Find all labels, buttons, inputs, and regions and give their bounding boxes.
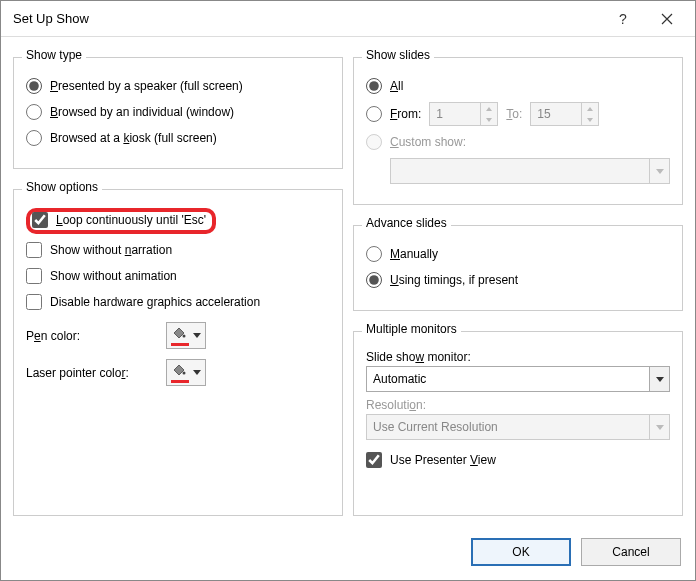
chevron-down-icon xyxy=(193,370,201,375)
radio-manual[interactable] xyxy=(366,246,382,262)
group-monitors: Multiple monitors Slide show monitor: Au… xyxy=(353,331,683,516)
label-no-narration: Show without narration xyxy=(50,243,172,257)
checkbox-loop[interactable] xyxy=(32,212,48,228)
checkbox-no-narration[interactable] xyxy=(26,242,42,258)
combo-resolution-value: Use Current Resolution xyxy=(367,420,649,434)
group-advance-slides: Advance slides Manually Using timings, i… xyxy=(353,225,683,311)
svg-point-3 xyxy=(183,372,186,375)
radio-browsed-kiosk[interactable] xyxy=(26,130,42,146)
label-no-animation: Show without animation xyxy=(50,269,177,283)
checkbox-presenter-view[interactable] xyxy=(366,452,382,468)
label-disable-hw: Disable hardware graphics acceleration xyxy=(50,295,260,309)
dialog-footer: OK Cancel xyxy=(1,528,695,580)
group-show-slides: Show slides All From: To: xyxy=(353,57,683,205)
legend-show-type: Show type xyxy=(22,48,86,62)
radio-all-slides[interactable] xyxy=(366,78,382,94)
chevron-down-icon xyxy=(649,159,669,183)
svg-marker-0 xyxy=(174,328,184,338)
legend-show-slides: Show slides xyxy=(362,48,434,62)
label-presenter-view: Use Presenter View xyxy=(390,453,496,467)
label-laser-color: Laser pointer color: xyxy=(26,366,156,380)
radio-presented[interactable] xyxy=(26,78,42,94)
chevron-down-icon xyxy=(649,415,669,439)
setup-show-dialog: Set Up Show ? Show type Presented by a s… xyxy=(0,0,696,581)
legend-advance-slides: Advance slides xyxy=(362,216,451,230)
label-loop: Loop continuously until 'Esc' xyxy=(56,213,206,227)
label-timings: Using timings, if present xyxy=(390,273,518,287)
highlight-loop: Loop continuously until 'Esc' xyxy=(26,208,216,234)
cancel-button[interactable]: Cancel xyxy=(581,538,681,566)
combo-resolution: Use Current Resolution xyxy=(366,414,670,440)
label-monitor: Slide show monitor: xyxy=(366,350,670,364)
label-to: To: xyxy=(506,107,522,121)
combo-custom-show xyxy=(390,158,670,184)
input-from[interactable] xyxy=(430,103,480,125)
label-manual: Manually xyxy=(390,247,438,261)
bucket-icon xyxy=(171,325,189,346)
radio-timings[interactable] xyxy=(366,272,382,288)
chevron-down-icon xyxy=(193,333,201,338)
laser-color-picker[interactable] xyxy=(166,359,206,386)
close-icon xyxy=(661,13,673,25)
radio-from-slides[interactable] xyxy=(366,106,382,122)
group-show-options: Show options Loop continuously until 'Es… xyxy=(13,189,343,516)
combo-monitor-value: Automatic xyxy=(367,372,649,386)
label-all-slides: All xyxy=(390,79,403,93)
titlebar: Set Up Show ? xyxy=(1,1,695,37)
dialog-title: Set Up Show xyxy=(13,11,601,26)
close-button[interactable] xyxy=(645,4,689,34)
bucket-icon xyxy=(171,362,189,383)
spinner-from[interactable] xyxy=(429,102,498,126)
label-from: From: xyxy=(390,107,421,121)
radio-custom-show xyxy=(366,134,382,150)
spinner-to[interactable] xyxy=(530,102,599,126)
label-resolution: Resolution: xyxy=(366,398,670,412)
legend-monitors: Multiple monitors xyxy=(362,322,461,336)
svg-point-1 xyxy=(183,335,186,338)
input-to[interactable] xyxy=(531,103,581,125)
label-custom-show: Custom show: xyxy=(390,135,466,149)
pen-color-picker[interactable] xyxy=(166,322,206,349)
label-presented: Presented by a speaker (full screen) xyxy=(50,79,243,93)
label-browsed-individual: Browsed by an individual (window) xyxy=(50,105,234,119)
help-button[interactable]: ? xyxy=(601,4,645,34)
ok-button[interactable]: OK xyxy=(471,538,571,566)
label-browsed-kiosk: Browsed at a kiosk (full screen) xyxy=(50,131,217,145)
radio-browsed-individual[interactable] xyxy=(26,104,42,120)
chevron-down-icon xyxy=(649,367,669,391)
legend-show-options: Show options xyxy=(22,180,102,194)
checkbox-no-animation[interactable] xyxy=(26,268,42,284)
label-pen-color: Pen color: xyxy=(26,329,156,343)
checkbox-disable-hw[interactable] xyxy=(26,294,42,310)
group-show-type: Show type Presented by a speaker (full s… xyxy=(13,57,343,169)
combo-monitor[interactable]: Automatic xyxy=(366,366,670,392)
svg-marker-2 xyxy=(174,365,184,375)
